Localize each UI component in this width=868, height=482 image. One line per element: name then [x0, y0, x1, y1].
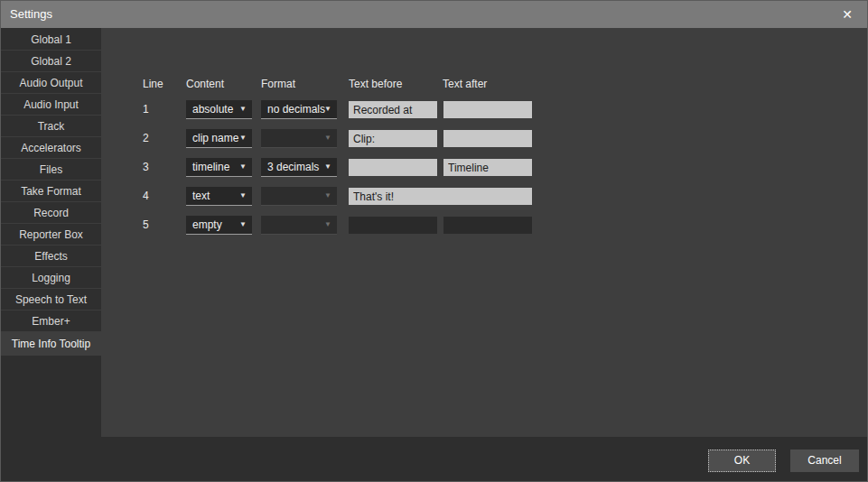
- content-select-value: text: [192, 190, 210, 202]
- text-before-input-row-5: [349, 217, 437, 234]
- content-select-value: empty: [192, 218, 222, 231]
- content-select-row-5[interactable]: empty ▼: [186, 216, 252, 235]
- text-after-input-row-2[interactable]: [443, 130, 532, 147]
- format-select-value: 3 decimals: [267, 161, 319, 173]
- format-select-row-3[interactable]: 3 decimals ▼: [261, 158, 337, 177]
- sidebar-item-accelerators[interactable]: Accelerators: [1, 137, 101, 159]
- content-select-row-3[interactable]: timeline ▼: [186, 158, 252, 177]
- chevron-down-icon: ▼: [324, 162, 331, 171]
- sidebar-item-ember-plus[interactable]: Ember+: [1, 311, 101, 332]
- content-select-value: timeline: [192, 161, 229, 173]
- titlebar: Settings ✕: [1, 1, 867, 28]
- format-select-value: no decimals: [267, 103, 325, 116]
- sidebar-item-record[interactable]: Record: [1, 202, 101, 224]
- chevron-down-icon: ▼: [324, 191, 331, 199]
- sidebar-item-speech-to-text[interactable]: Speech to Text: [1, 289, 101, 311]
- format-select-row-4: ▼: [261, 187, 337, 206]
- col-header-text-before: Text before: [349, 78, 402, 90]
- sidebar-item-files[interactable]: Files: [1, 159, 101, 181]
- line-number: 2: [143, 132, 149, 144]
- line-number: 4: [143, 190, 149, 202]
- chevron-down-icon: ▼: [324, 105, 331, 113]
- line-number: 3: [143, 161, 149, 173]
- col-header-text-after: Text after: [443, 78, 487, 90]
- sidebar: Global 1 Global 2 Audio Output Audio Inp…: [1, 29, 101, 356]
- window-title: Settings: [10, 7, 52, 21]
- sidebar-item-audio-output[interactable]: Audio Output: [1, 72, 101, 94]
- format-select-row-1[interactable]: no decimals ▼: [261, 100, 337, 119]
- ok-button[interactable]: OK: [708, 450, 776, 472]
- settings-window: Settings ✕ Global 1 Global 2 Audio Outpu…: [0, 0, 868, 482]
- chevron-down-icon: ▼: [239, 191, 247, 199]
- close-icon[interactable]: ✕: [833, 5, 862, 24]
- text-after-input-row-5: [443, 217, 532, 234]
- text-after-input-row-3[interactable]: [443, 159, 532, 176]
- cancel-button[interactable]: Cancel: [790, 450, 859, 472]
- content-select-value: absolute: [192, 103, 233, 116]
- sidebar-item-logging[interactable]: Logging: [1, 267, 101, 289]
- text-after-input-row-1[interactable]: [443, 101, 532, 118]
- chevron-down-icon: ▼: [239, 134, 247, 142]
- time-info-tooltip-panel: Line Content Format Text before Text aft…: [101, 28, 867, 437]
- text-before-input-row-3[interactable]: [349, 159, 437, 176]
- col-header-content: Content: [186, 78, 224, 90]
- col-header-line: Line: [143, 78, 163, 90]
- sidebar-item-audio-input[interactable]: Audio Input: [1, 94, 101, 116]
- content-select-row-2[interactable]: clip name ▼: [186, 129, 252, 148]
- content-select-value: clip name: [192, 132, 238, 144]
- chevron-down-icon: ▼: [239, 162, 247, 171]
- sidebar-item-time-info-tooltip[interactable]: Time Info Tooltip: [1, 332, 101, 356]
- line-number: 5: [143, 218, 149, 231]
- text-before-input-row-1[interactable]: [349, 101, 437, 118]
- format-select-row-5: ▼: [261, 216, 337, 235]
- sidebar-item-take-format[interactable]: Take Format: [1, 181, 101, 202]
- line-number: 1: [143, 103, 149, 116]
- content-select-row-1[interactable]: absolute ▼: [186, 100, 252, 119]
- text-before-input-row-2[interactable]: [349, 130, 437, 147]
- sidebar-item-effects[interactable]: Effects: [1, 246, 101, 267]
- sidebar-item-reporter-box[interactable]: Reporter Box: [1, 224, 101, 246]
- chevron-down-icon: ▼: [239, 105, 247, 113]
- content-select-row-4[interactable]: text ▼: [186, 187, 252, 206]
- col-header-format: Format: [261, 78, 295, 90]
- chevron-down-icon: ▼: [324, 134, 331, 142]
- sidebar-item-global-2[interactable]: Global 2: [1, 51, 101, 72]
- chevron-down-icon: ▼: [324, 220, 331, 228]
- format-select-row-2: ▼: [261, 129, 337, 148]
- sidebar-item-global-1[interactable]: Global 1: [1, 29, 101, 51]
- chevron-down-icon: ▼: [239, 220, 247, 228]
- sidebar-item-track[interactable]: Track: [1, 116, 101, 137]
- combined-text-input-row-4[interactable]: [349, 188, 532, 205]
